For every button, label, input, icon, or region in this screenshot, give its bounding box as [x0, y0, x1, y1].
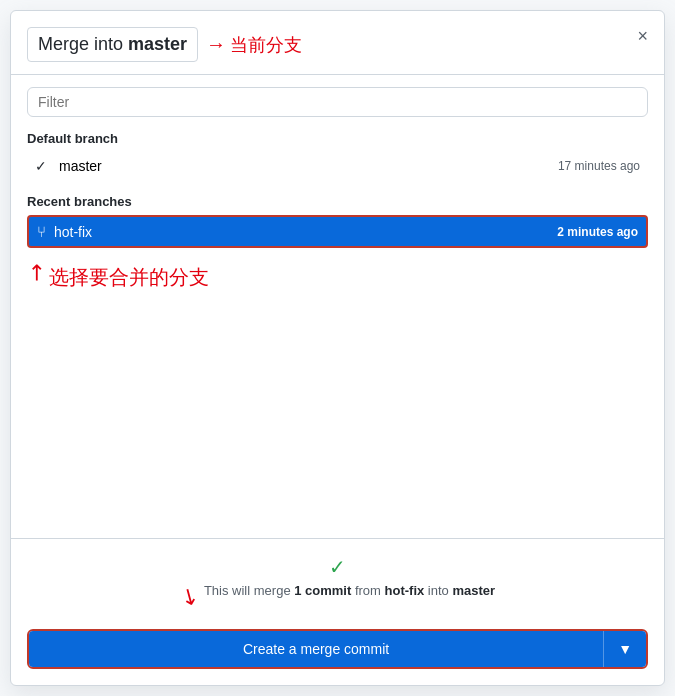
- annotation-current-branch: 当前分支: [230, 33, 302, 57]
- footer-msg-suffix-prefix: into: [424, 583, 452, 598]
- check-icon: ✓: [35, 158, 51, 174]
- dropdown-chevron-icon: ▼: [618, 641, 632, 657]
- footer-check-icon: ✓: [329, 555, 346, 579]
- merge-button-row: Create a merge commit ▼: [27, 629, 648, 669]
- default-branch-time: 17 minutes ago: [558, 159, 640, 173]
- hot-fix-branch-time: 2 minutes ago: [557, 225, 638, 239]
- dialog-header: Merge into master 当前分支 ×: [11, 11, 664, 75]
- footer-msg-prefix: This will merge: [204, 583, 294, 598]
- recent-branches-label: Recent branches: [27, 194, 648, 209]
- footer-msg-from: hot-fix: [385, 583, 425, 598]
- footer-msg-into: master: [452, 583, 495, 598]
- merge-commit-button[interactable]: Create a merge commit: [29, 631, 603, 667]
- dialog-title-box: Merge into master: [27, 27, 198, 62]
- title-prefix: Merge into: [38, 34, 128, 54]
- annotation-arrow: 当前分支: [206, 33, 302, 57]
- close-button[interactable]: ×: [633, 25, 652, 47]
- merge-dialog: Merge into master 当前分支 × Default branch …: [10, 10, 665, 686]
- merge-dropdown-button[interactable]: ▼: [603, 631, 646, 667]
- annotation-down-area: ↘ This will merge 1 commit from hot-fix …: [180, 583, 495, 609]
- default-branch-name: master: [59, 158, 102, 174]
- branch-item-left: ⑂ hot-fix: [37, 223, 92, 240]
- annotation-up-arrow-icon: ↗: [20, 258, 51, 289]
- footer-msg-count: 1 commit: [294, 583, 351, 598]
- annotation-select-branch: 选择要合并的分支: [49, 264, 209, 291]
- title-branch: master: [128, 34, 187, 54]
- footer-status: ✓ ↘ This will merge 1 commit from hot-fi…: [27, 555, 648, 617]
- default-branch-item[interactable]: ✓ master 17 minutes ago: [27, 152, 648, 180]
- title-wrapper: Merge into master 当前分支: [27, 27, 648, 62]
- dialog-body: Default branch ✓ master 17 minutes ago R…: [11, 75, 664, 538]
- footer-msg-middle: from: [351, 583, 384, 598]
- dialog-footer: ✓ ↘ This will merge 1 commit from hot-fi…: [11, 538, 664, 685]
- footer-message: This will merge 1 commit from hot-fix in…: [204, 583, 495, 598]
- filter-input[interactable]: [27, 87, 648, 117]
- hot-fix-branch-item[interactable]: ⑂ hot-fix 2 minutes ago: [27, 215, 648, 248]
- branch-item-left: ✓ master: [35, 158, 102, 174]
- hot-fix-branch-name: hot-fix: [54, 224, 92, 240]
- branch-icon: ⑂: [37, 223, 46, 240]
- annotation-select-branch-block: ↗ 选择要合并的分支: [27, 264, 648, 291]
- down-arrow-red-icon: ↘: [175, 580, 204, 612]
- default-branch-label: Default branch: [27, 131, 648, 146]
